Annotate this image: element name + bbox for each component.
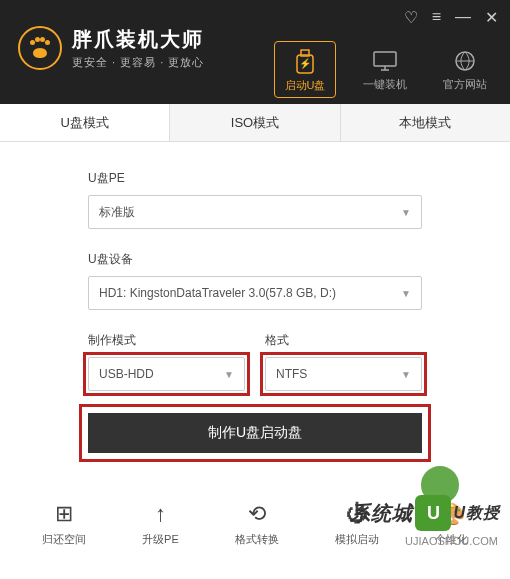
nav-label: 一键装机 (356, 77, 414, 92)
pe-label: U盘PE (88, 170, 422, 187)
menu-icon[interactable]: ≡ (432, 8, 441, 27)
pe-value: 标准版 (99, 204, 135, 221)
ie-icon (436, 47, 494, 75)
highlight-box: 制作U盘启动盘 (79, 404, 431, 462)
nav-official-site[interactable]: 官方网站 (434, 41, 496, 98)
svg-text:⚡: ⚡ (299, 57, 312, 70)
highlight-box: USB-HDD ▼ (83, 352, 250, 396)
bottom-upgrade[interactable]: ↑ 升级PE (142, 500, 179, 547)
nav-label: 启动U盘 (277, 78, 333, 93)
bottom-convert[interactable]: ⟲ 格式转换 (235, 500, 279, 547)
tab-usb-mode[interactable]: U盘模式 (0, 104, 170, 141)
bottom-restore[interactable]: ⊞ 归还空间 (42, 500, 86, 547)
headset-icon[interactable]: ♡ (404, 8, 418, 27)
highlight-box: NTFS ▼ (260, 352, 427, 396)
top-nav: ⚡ 启动U盘 一键装机 官方网站 (274, 41, 496, 98)
brand-title: 胖爪装机大师 (72, 26, 204, 53)
usb-icon: ⚡ (277, 48, 333, 76)
window-controls: ♡ ≡ — ✕ (404, 8, 498, 27)
bottom-label: 格式转换 (235, 532, 279, 547)
svg-rect-3 (374, 52, 396, 66)
make-mode-value: USB-HDD (99, 367, 154, 381)
format-select[interactable]: NTFS ▼ (265, 357, 422, 391)
pe-select[interactable]: 标准版 ▼ (88, 195, 422, 229)
close-icon[interactable]: ✕ (485, 8, 498, 27)
chevron-down-icon: ▼ (401, 288, 411, 299)
brand-subtitle: 更安全 · 更容易 · 更放心 (72, 55, 204, 70)
bottom-label: 升级PE (142, 532, 179, 547)
bottom-label: 归还空间 (42, 532, 86, 547)
convert-icon: ⟲ (235, 500, 279, 528)
watermark-sub: U教授 (453, 503, 500, 524)
tab-iso-mode[interactable]: ISO模式 (170, 104, 340, 141)
restore-icon: ⊞ (42, 500, 86, 528)
format-value: NTFS (276, 367, 307, 381)
make-mode-label: 制作模式 (88, 332, 245, 349)
nav-label: 官方网站 (436, 77, 494, 92)
monitor-icon (356, 47, 414, 75)
nav-one-click[interactable]: 一键装机 (354, 41, 416, 98)
minimize-icon[interactable]: — (455, 8, 471, 27)
mode-tabs: U盘模式 ISO模式 本地模式 (0, 104, 510, 142)
tab-local-mode[interactable]: 本地模式 (341, 104, 510, 141)
make-usb-button[interactable]: 制作U盘启动盘 (88, 413, 422, 453)
make-mode-select[interactable]: USB-HDD ▼ (88, 357, 245, 391)
watermark-logo-icon: U (415, 495, 451, 531)
app-header: ♡ ≡ — ✕ 胖爪装机大师 更安全 · 更容易 · 更放心 ⚡ 启动U盘 一键… (0, 0, 510, 104)
chevron-down-icon: ▼ (224, 369, 234, 380)
main-content: U盘PE 标准版 ▼ U盘设备 HD1: KingstonDataTravele… (0, 142, 510, 462)
chevron-down-icon: ▼ (401, 207, 411, 218)
device-label: U盘设备 (88, 251, 422, 268)
watermark-brand: 系统城 (350, 500, 413, 527)
watermark-url: UJIAOSHOU.COM (405, 535, 498, 547)
watermark: 系统城 U U教授 (350, 495, 500, 531)
chevron-down-icon: ▼ (401, 369, 411, 380)
format-label: 格式 (265, 332, 422, 349)
logo-icon (18, 26, 62, 70)
upgrade-icon: ↑ (142, 500, 179, 528)
device-select[interactable]: HD1: KingstonDataTraveler 3.0(57.8 GB, D… (88, 276, 422, 310)
device-value: HD1: KingstonDataTraveler 3.0(57.8 GB, D… (99, 286, 336, 300)
nav-boot-usb[interactable]: ⚡ 启动U盘 (274, 41, 336, 98)
bottom-label: 模拟启动 (335, 532, 379, 547)
